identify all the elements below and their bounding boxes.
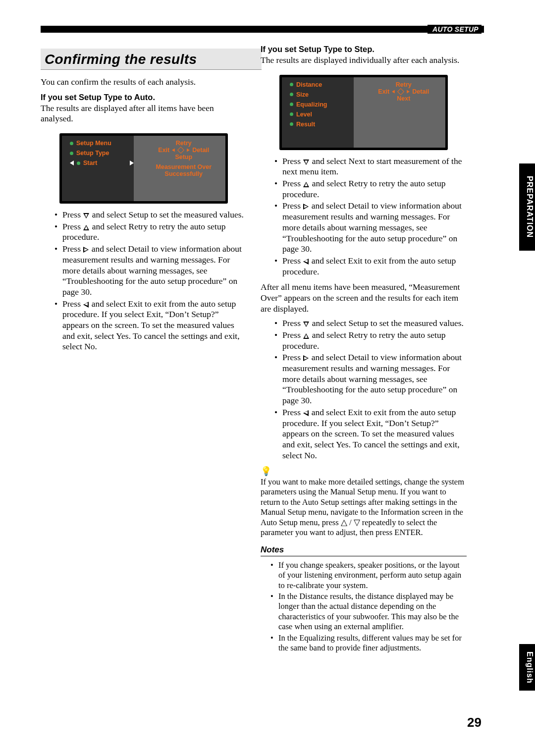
arrow-down-icon [303,160,309,165]
right-subbody: The results are displayed individually a… [261,55,467,66]
osd2-detail: Detail [412,88,429,95]
left-intro: You can confirm the results of each anal… [41,77,247,88]
section-title-box: Confirming the results [41,49,262,70]
osd2-item: Level [296,111,312,118]
osd-screenshot-auto: Setup Menu Setup Type Start Retry ExitDe… [59,133,228,204]
right-column: If you set Setup Type to Step. The resul… [261,45,467,654]
page-number: 29 [467,715,482,730]
section-title: Confirming the results [41,49,262,69]
arrow-right-icon [83,247,89,253]
bullet-item: Press and select Retry to retry the auto… [270,330,467,351]
osd1-msg2: Successfully [165,170,203,177]
arrow-up-icon [303,333,309,339]
osd2-retry: Retry [396,81,412,88]
osd2-next: Next [397,95,410,102]
right-bullets-2: Press and select Setup to set the measur… [261,318,467,461]
bullet-item: Press and select Exit to exit from the a… [270,256,467,277]
right-bullets-1: Press and select Next to start measureme… [261,156,467,277]
osd2-item: Result [296,121,315,128]
arrow-up-icon [303,182,309,187]
header-section: AUTO SETUP [428,25,482,34]
osd2-exit: Exit [378,88,389,95]
osd2-item: Equalizing [296,101,327,108]
arrow-left-icon [83,302,89,308]
left-bullets: Press and select Setup to set the measur… [41,210,247,352]
osd1-item: Setup Type [76,150,109,157]
tip-icon: 💡 [261,466,271,476]
bullet-item: Press and select Detail to view informat… [270,352,467,406]
note-item: If you change speakers, speaker position… [267,560,467,591]
left-column: Confirming the results You can confirm t… [41,45,247,654]
top-rule [41,26,484,33]
osd2-item: Size [296,91,309,98]
arrow-up-icon [83,225,89,230]
tip-text: If you want to make more detailed settin… [261,477,467,538]
arrow-right-icon [303,355,309,361]
bullet-item: Press and select Exit to exit from the a… [270,407,467,461]
bullet-item: Press and select Exit to exit from the a… [51,299,247,352]
osd1-retry: Retry [176,140,192,147]
bullet-item: Press and select Retry to retry the auto… [270,178,467,200]
right-after: After all menu items have been measured,… [261,282,467,314]
left-subbody: The results are displayed after all item… [41,103,247,124]
bullet-item: Press and select Setup to set the measur… [51,210,247,220]
notes-list: If you change speakers, speaker position… [261,560,467,653]
bullet-item: Press and select Next to start measureme… [270,156,467,177]
arrow-left-icon [303,259,309,265]
side-tab-english: English [519,644,535,691]
bullet-item: Press and select Detail to view informat… [51,244,247,297]
osd1-msg1: Measurement Over [156,163,212,170]
bullet-item: Press and select Detail to view informat… [270,201,467,254]
note-item: In the Distance results, the distance di… [267,592,467,632]
arrow-left-icon [303,410,309,416]
notes-heading: Notes [261,545,467,556]
osd1-setup: Setup [175,154,192,161]
left-subhead: If you set Setup Type to Auto. [41,93,247,102]
arrow-right-icon [303,204,309,210]
osd1-detail: Detail [192,147,209,154]
note-item: In the Equalizing results, different val… [267,633,467,653]
page: AUTO SETUP PREPARATION English Confirmin… [0,0,535,756]
osd1-item: Start [83,160,97,166]
right-subhead: If you set Setup Type to Step. [261,45,467,54]
osd-screenshot-step: Distance Size Equalizing Level Result Re… [279,75,448,150]
osd2-item: Distance [296,81,322,88]
arrow-down-icon [83,213,89,218]
bullet-item: Press and select Setup to set the measur… [270,318,467,329]
bullet-item: Press and select Retry to retry the auto… [51,221,247,243]
arrow-down-icon [303,322,309,327]
osd1-item: Setup Menu [76,140,111,147]
osd1-exit: Exit [158,147,169,154]
side-tab-preparation: PREPARATION [519,163,535,251]
